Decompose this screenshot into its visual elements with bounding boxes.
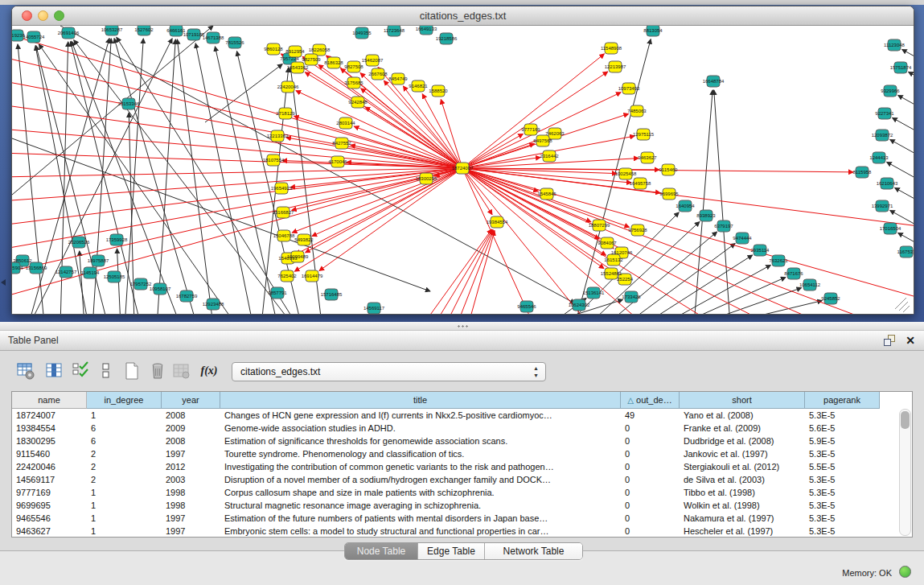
scrollbar-thumb[interactable] bbox=[901, 411, 910, 429]
cell-name[interactable]: 22420046 bbox=[12, 460, 87, 473]
cell-year[interactable]: 1997 bbox=[162, 447, 220, 460]
table-row[interactable]: 1456911722003Disruption of a novel membe… bbox=[12, 473, 897, 486]
cell-short[interactable]: Yano et al. (2008) bbox=[680, 409, 805, 422]
memory-status-indicator[interactable] bbox=[899, 566, 911, 578]
cell-pagerank[interactable]: 5.3E-5 bbox=[805, 525, 880, 538]
cell-name[interactable]: 9699695 bbox=[12, 499, 87, 512]
table-row[interactable]: 969969511998Structural magnetic resonanc… bbox=[12, 499, 897, 512]
cell-out-de-[interactable]: 0 bbox=[621, 422, 680, 435]
table-row[interactable]: 911546021997Tourette syndrome. Phenomeno… bbox=[12, 447, 897, 460]
cell-out-de-[interactable]: 0 bbox=[621, 525, 680, 538]
cell-in-degree[interactable]: 1 bbox=[87, 499, 162, 512]
cell-pagerank[interactable]: 5.3E-5 bbox=[805, 512, 880, 525]
cell-out-de-[interactable]: 0 bbox=[621, 435, 680, 447]
network-window-titlebar[interactable]: citations_edges.txt bbox=[12, 6, 914, 26]
column-header-in-degree[interactable]: in_degree bbox=[87, 392, 162, 409]
column-header-year[interactable]: year bbox=[162, 392, 220, 409]
table-row[interactable]: 1830029562008Estimation of significance … bbox=[12, 435, 897, 447]
cell-short[interactable]: Tibbo et al. (1998) bbox=[680, 486, 805, 499]
cell-title[interactable]: Investigating the contribution of common… bbox=[220, 460, 621, 473]
table-vertical-scrollbar[interactable] bbox=[899, 409, 911, 536]
cell-out-de-[interactable]: 49 bbox=[621, 409, 680, 422]
tab-edge-table[interactable]: Edge Table bbox=[417, 543, 484, 559]
cell-year[interactable]: 2009 bbox=[162, 422, 220, 435]
table-row[interactable]: 946362711997Embryonic stem cells: a mode… bbox=[12, 525, 897, 538]
column-header-name[interactable]: name bbox=[12, 392, 87, 409]
cell-short[interactable]: Dudbridge et al. (2008) bbox=[680, 435, 805, 447]
splitter-grip-icon[interactable] bbox=[457, 324, 468, 328]
import-table-icon[interactable] bbox=[170, 360, 193, 382]
cell-short[interactable]: Jankovic et al. (1997) bbox=[680, 447, 805, 460]
table-settings-icon[interactable] bbox=[14, 360, 37, 382]
tab-node-table[interactable]: Node Table bbox=[345, 543, 417, 559]
column-header-pagerank[interactable]: pagerank bbox=[805, 392, 880, 409]
cell-in-degree[interactable]: 1 bbox=[87, 512, 162, 525]
cell-in-degree[interactable]: 6 bbox=[87, 435, 162, 447]
panel-collapse-arrow-icon[interactable] bbox=[1, 279, 6, 286]
cell-out-de-[interactable]: 0 bbox=[621, 512, 680, 525]
cell-in-degree[interactable]: 6 bbox=[87, 422, 162, 435]
cell-title[interactable]: Corpus callosum shape and size in male p… bbox=[220, 486, 621, 499]
cell-out-de-[interactable]: 0 bbox=[621, 499, 680, 512]
panel-splitter[interactable] bbox=[0, 322, 924, 331]
cell-title[interactable]: Structural magnetic resonance image aver… bbox=[220, 499, 621, 512]
column-header-title[interactable]: title bbox=[220, 392, 621, 409]
cell-pagerank[interactable]: 5.3E-5 bbox=[805, 447, 880, 460]
cell-in-degree[interactable]: 1 bbox=[87, 409, 162, 422]
row-selection-icon[interactable] bbox=[70, 360, 92, 382]
cell-in-degree[interactable]: 1 bbox=[87, 486, 162, 499]
cell-name[interactable]: 9777169 bbox=[12, 486, 87, 499]
cell-year[interactable]: 1998 bbox=[162, 486, 220, 499]
cell-title[interactable]: Genome-wide association studies in ADHD. bbox=[220, 422, 621, 435]
cell-year[interactable]: 1998 bbox=[162, 499, 220, 512]
tab-network-table[interactable]: Network Table bbox=[484, 543, 582, 559]
cell-year[interactable]: 2003 bbox=[162, 473, 220, 486]
table-row[interactable]: 2242004622012Investigating the contribut… bbox=[12, 460, 897, 473]
table-row[interactable]: 977716911998Corpus callosum shape and si… bbox=[12, 486, 897, 499]
cell-short[interactable]: Stergiakouli et al. (2012) bbox=[680, 460, 805, 473]
cell-title[interactable]: Embryonic stem cells: a model to study s… bbox=[220, 525, 621, 538]
cell-short[interactable]: Franke et al. (2009) bbox=[680, 422, 805, 435]
cell-name[interactable]: 9115460 bbox=[12, 447, 87, 460]
column-header-out-de-[interactable]: △out_de… bbox=[621, 392, 680, 409]
cell-name[interactable]: 9463627 bbox=[12, 525, 87, 538]
cell-name[interactable]: 18724007 bbox=[12, 409, 87, 422]
close-icon[interactable]: ✕ bbox=[906, 333, 915, 348]
window-resize-grip-icon[interactable] bbox=[895, 298, 906, 309]
delete-table-icon[interactable] bbox=[146, 360, 169, 382]
cell-name[interactable]: 18300295 bbox=[12, 435, 87, 447]
cell-pagerank[interactable]: 5.3E-5 bbox=[805, 473, 880, 486]
cell-title[interactable]: Disruption of a novel member of a sodium… bbox=[220, 473, 621, 486]
cell-year[interactable]: 1997 bbox=[162, 512, 220, 525]
cell-pagerank[interactable]: 5.3E-5 bbox=[805, 409, 880, 422]
cell-title[interactable]: Estimation of the future numbers of pati… bbox=[220, 512, 621, 525]
cell-year[interactable]: 2008 bbox=[162, 409, 220, 422]
cell-pagerank[interactable]: 5.9E-5 bbox=[805, 435, 880, 447]
network-canvas[interactable]: 2192361405572420691406106532871527602646… bbox=[12, 26, 914, 314]
cell-out-de-[interactable]: 0 bbox=[621, 447, 680, 460]
cell-short[interactable]: Nakamura et al. (1997) bbox=[680, 512, 805, 525]
function-builder-icon[interactable]: f(x) bbox=[198, 360, 220, 382]
table-row[interactable]: 1938455462009Genome-wide association stu… bbox=[12, 422, 897, 435]
clear-selection-icon[interactable] bbox=[95, 360, 117, 382]
column-visibility-icon[interactable] bbox=[43, 360, 66, 382]
cell-in-degree[interactable]: 2 bbox=[87, 460, 162, 473]
cell-name[interactable]: 19384554 bbox=[12, 422, 87, 435]
table-selector-dropdown[interactable]: citations_edges.txt ▲▼ bbox=[232, 362, 546, 381]
table-row[interactable]: 946554611997Estimation of the future num… bbox=[12, 512, 897, 525]
cell-title[interactable]: Changes of HCN gene expression and I(f) … bbox=[220, 409, 621, 422]
cell-pagerank[interactable]: 5.5E-5 bbox=[805, 460, 880, 473]
cell-pagerank[interactable]: 5.6E-5 bbox=[805, 422, 880, 435]
window-resize-grip-icon[interactable] bbox=[903, 306, 910, 312]
cell-out-de-[interactable]: 0 bbox=[621, 473, 680, 486]
cell-out-de-[interactable]: 0 bbox=[621, 460, 680, 473]
cell-short[interactable]: Wolkin et al. (1998) bbox=[680, 499, 805, 512]
cell-name[interactable]: 14569117 bbox=[12, 473, 87, 486]
cell-title[interactable]: Estimation of significance thresholds fo… bbox=[220, 435, 621, 447]
cell-name[interactable]: 9465546 bbox=[12, 512, 87, 525]
cell-title[interactable]: Tourette syndrome. Phenomenology and cla… bbox=[220, 447, 621, 460]
cell-short[interactable]: Hescheler et al. (1997) bbox=[680, 525, 805, 538]
new-table-icon[interactable] bbox=[121, 360, 143, 382]
table-row[interactable]: 1872400712008Changes of HCN gene express… bbox=[12, 409, 897, 422]
cell-in-degree[interactable]: 2 bbox=[87, 447, 162, 460]
